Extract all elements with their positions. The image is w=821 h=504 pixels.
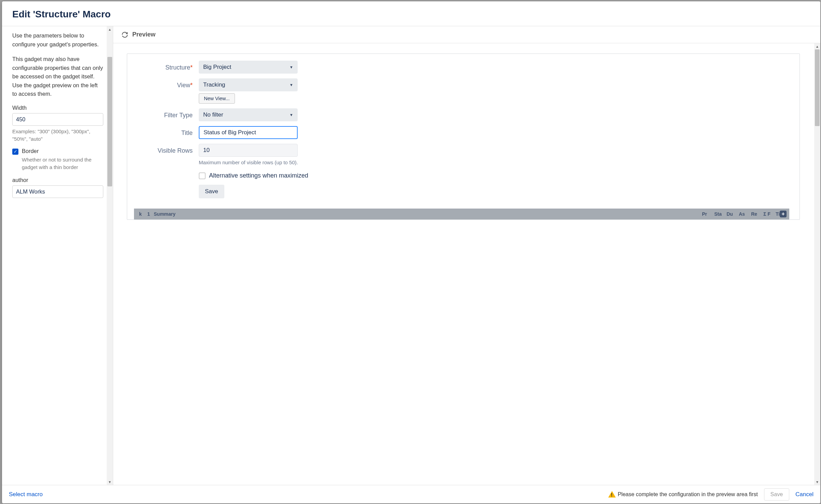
preview-title: Preview [132,31,155,38]
visible-rows-label: Visible Rows [134,144,199,154]
visible-rows-input[interactable] [199,144,298,157]
col-summary[interactable]: Summary [154,211,700,217]
col-due[interactable]: Du [727,211,737,217]
dialog-footer: Select macro ! Please complete the confi… [2,485,820,503]
border-description: Whether or not to surround the gadget wi… [22,156,103,171]
scroll-up-icon[interactable]: ▲ [107,26,113,32]
warning-message: Please complete the configuration in the… [618,491,758,498]
save-button[interactable]: Save [764,488,789,501]
scroll-up-icon[interactable]: ▲ [814,43,820,49]
title-label: Title [134,126,199,137]
col-reporter[interactable]: Re [751,211,761,217]
gadget-save-button[interactable]: Save [199,185,224,198]
view-select[interactable]: Tracking ▼ [199,78,298,91]
gadget-config-box: Structure* Big Project ▼ View* Tr [127,54,800,220]
cancel-button[interactable]: Cancel [795,491,813,498]
scroll-down-icon[interactable]: ▼ [814,479,820,485]
dialog-body: Use the parameters below to configure yo… [2,26,820,485]
width-help: Examples: "300" (300px), "300px", "50%",… [12,128,103,143]
structure-select[interactable]: Big Project ▼ [199,61,298,74]
border-checkbox[interactable]: ✓ [12,149,18,155]
preview-panel: Preview Structure* Big Project ▼ [113,26,820,485]
alt-settings-label: Alternative settings when maximized [209,172,308,179]
author-input[interactable] [12,185,103,198]
scroll-down-icon[interactable]: ▼ [107,479,113,485]
scroll-thumb[interactable] [107,57,112,186]
structure-table-header: k 1 Summary Pr Sta Du As Re Σ F Tir + [134,209,789,219]
intro-text-2: This gadget may also have configurable p… [12,55,103,98]
dialog-header: Edit 'Structure' Macro [2,1,820,26]
title-input[interactable] [199,126,298,139]
left-scrollbar[interactable]: ▲ ▼ [107,26,113,485]
add-column-icon[interactable]: + [780,211,787,217]
col-num[interactable]: 1 [146,211,152,217]
border-label: Border [22,148,39,154]
chevron-down-icon: ▼ [289,113,293,117]
refresh-icon[interactable] [121,31,128,38]
col-sigma[interactable]: Σ F [763,211,774,217]
warning-icon: ! [608,491,616,498]
dialog-title: Edit 'Structure' Macro [12,9,810,20]
parameters-panel: Use the parameters below to configure yo… [2,26,113,485]
width-label: Width [12,105,103,111]
col-key[interactable]: k [137,211,144,217]
intro-text-1: Use the parameters below to configure yo… [12,31,103,49]
structure-label: Structure* [134,61,199,71]
col-status[interactable]: Sta [714,211,725,217]
chevron-down-icon: ▼ [289,83,293,87]
filter-type-label: Filter Type [134,108,199,119]
alt-settings-checkbox[interactable] [199,172,206,179]
edit-macro-dialog: Edit 'Structure' Macro Use the parameter… [2,1,820,503]
col-assignee[interactable]: As [739,211,749,217]
scroll-thumb[interactable] [815,49,820,126]
chevron-down-icon: ▼ [289,65,293,69]
select-macro-link[interactable]: Select macro [9,491,43,498]
width-input[interactable] [12,113,103,126]
preview-header: Preview [113,26,820,43]
col-priority[interactable]: Pr [702,211,712,217]
new-view-button[interactable]: New View... [199,93,235,104]
preview-content: Structure* Big Project ▼ View* Tr [113,43,820,485]
visible-rows-hint: Maximum number of visible rows (up to 50… [199,159,789,165]
preview-scrollbar[interactable]: ▲ ▼ [814,43,820,485]
view-label: View* [134,78,199,89]
filter-type-select[interactable]: No filter ▼ [199,108,298,121]
author-label: author [12,177,103,183]
